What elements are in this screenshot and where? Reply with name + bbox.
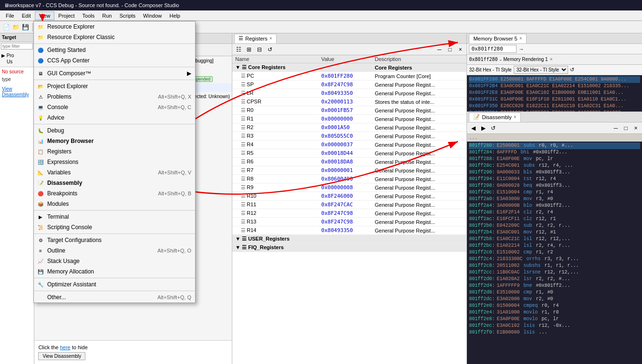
view-menu-item-other[interactable]: Other...Alt+Shift+Q, Q [34, 292, 195, 303]
reg-row-21[interactable]: ▼ ☰ FIQ_Registers [232, 243, 466, 252]
view-menu-item-problems[interactable]: ⚠ProblemsAlt+Shift+Q, X [34, 91, 195, 102]
view-menu-item-getting-started[interactable]: 🔵Getting Started [34, 45, 195, 55]
view-menu-item-outline[interactable]: ≡OutlineAlt+Shift+Q, O [34, 245, 195, 256]
reg-row-19[interactable]: ☰R140x80493350General Purpose Regist... [232, 226, 466, 235]
reg-minimize-btn[interactable]: ─ [435, 45, 444, 54]
reg-row-1[interactable]: ☰PC0x801FF280Program Counter [Core] [232, 72, 466, 81]
view-menu-item-gui-composer[interactable]: 🖥GUI Composer™▶ [34, 68, 195, 79]
view-menu-item-breakpoints[interactable]: 🔴BreakpointsAlt+Shift+Q, B [34, 188, 195, 199]
menu-run[interactable]: Run [98, 12, 115, 20]
view-menu-item-resource-explorer-classic[interactable]: 📁Resource Explorer Classic [34, 32, 195, 42]
reg-row-20[interactable]: ▼ ☰ USER_Registers [232, 235, 466, 243]
memory-format-dropdown[interactable]: 32-Bit Hex - TI Style 16-Bit Hex 8-Bit H… [514, 66, 568, 74]
reg-name-3: ☰LR [232, 89, 318, 98]
reg-row-14[interactable]: ☰R90x00000008General Purpose Regist... [232, 183, 466, 192]
view-menu-item-memory-allocation[interactable]: 💾Memory Allocation [34, 266, 195, 277]
reg-refresh-btn[interactable]: ↺ [266, 45, 274, 54]
reg-row-3[interactable]: ☰LR0x80493350General Purpose Regist... [232, 89, 466, 98]
menu-scripts[interactable]: Scripts [115, 12, 139, 20]
disasm-mnem-28: lsis [523, 330, 535, 335]
memory-row-3: 0x801FF31C 01A0F00E E16F1F10 E2811001 E1… [469, 96, 640, 103]
view-menu-item-memory-browser[interactable]: 📊Memory Browser [34, 136, 195, 146]
disasm-max-btn[interactable]: □ [621, 124, 630, 132]
reg-row-12[interactable]: ☰R70x00000001General Purpose Regist... [232, 166, 466, 175]
reg-tab-close[interactable]: × [269, 36, 272, 41]
mem-refresh-icon[interactable]: ↺ [570, 67, 574, 73]
view-menu-item-stack-usage[interactable]: 📈Stack Usage [34, 256, 195, 266]
sidebar-item-pro[interactable]: ▶ Pro [1, 52, 33, 59]
view-menu-item-ccs-app-center[interactable]: 🔵CCS App Center [34, 55, 195, 66]
disasm-bytes-0: E2500001 [497, 143, 519, 148]
menu-tools[interactable]: Tools [79, 12, 99, 20]
view-menu-item-resource-explorer[interactable]: 📁Resource Explorer [34, 21, 195, 32]
disasm-fwd-btn[interactable]: ▶ [479, 124, 487, 132]
view-menu-item-modules[interactable]: 📦Modules [34, 199, 195, 209]
reg-row-6[interactable]: ☰R10x00000000General Purpose Regist... [232, 115, 466, 123]
registers-tab[interactable]: ☰ Registers × [234, 34, 276, 43]
open-btn[interactable]: 📁 [11, 23, 20, 31]
view-menu-item-advice[interactable]: 💡Advice [34, 112, 195, 123]
menu-project[interactable]: Project [54, 12, 78, 20]
view-menu-item-target-configurations[interactable]: ⚙Target Configurations [34, 235, 195, 245]
mem-tab-close[interactable]: × [519, 36, 522, 41]
menu-edit[interactable]: Edit [18, 12, 35, 20]
disasm-row-4: 801ff290:9A000033bls#0x801ff3... [469, 169, 640, 176]
view-menu-item-disassembly[interactable]: 📝Disassembly [34, 178, 195, 188]
reg-value-8: 0x805D55C0 [319, 132, 372, 141]
mem-rendering-label: Memory Rendering 1 [503, 57, 548, 62]
disasm-ops-11: r12, r1 [536, 216, 556, 222]
view-menu-item-console[interactable]: 💻ConsoleAlt+Shift+Q, C [34, 102, 195, 112]
new-btn[interactable]: 📄 [2, 23, 10, 31]
disasm-min-btn[interactable]: ─ [611, 124, 620, 132]
view-menu-item-terminal[interactable]: ▶Terminal [34, 212, 195, 222]
reg-row-13[interactable]: ☰R80x80600490General Purpose Regist... [232, 175, 466, 183]
reg-row-0[interactable]: ▼ ☰ Core RegistersCore Registers [232, 63, 466, 72]
reg-expand-btn[interactable]: ⊞ [245, 45, 253, 54]
view-menu-item-project-explorer[interactable]: 📂Project Explorer [34, 81, 195, 91]
view-disasm-button[interactable]: View Disassembly [38, 352, 85, 360]
disasm-close-btn[interactable]: × [632, 124, 640, 132]
menu-file[interactable]: File [2, 12, 18, 20]
menu-view[interactable]: View [35, 11, 55, 20]
disasm-addr-1: 801ff284: [469, 150, 495, 155]
menu-item-icon-22: ▶ [37, 213, 44, 221]
reg-close-btn[interactable]: × [456, 45, 465, 54]
reg-row-11[interactable]: ☰R60x00018DA8General Purpose Regist... [232, 158, 466, 166]
memory-tab[interactable]: Memory Browser 5 × [469, 34, 526, 43]
reg-row-15[interactable]: ☰R100x8F246000General Purpose Regist... [232, 192, 466, 201]
reg-collapse-btn[interactable]: ⊟ [255, 45, 264, 54]
view-menu-item-registers[interactable]: 📋Registers [34, 146, 195, 157]
memory-address-input[interactable] [469, 45, 517, 53]
disasm-addr-8: 801ff2a0: [469, 196, 495, 202]
disasm-tab-close[interactable]: × [514, 114, 517, 120]
reg-row-16[interactable]: ☰R110x8F247CACGeneral Purpose Regist... [232, 201, 466, 209]
reg-row-4[interactable]: ☰CPSR0x20000113Stores the status of inte… [232, 98, 466, 106]
reg-value-11: 0x00018DA8 [319, 158, 372, 166]
reg-row-17[interactable]: ☰R120x8F247C98General Purpose Regist... [232, 209, 466, 218]
here-link[interactable]: here [60, 344, 71, 350]
reg-row-5[interactable]: ☰R00x0001FB57General Purpose Regist... [232, 106, 466, 115]
disasm-tab[interactable]: 📝 Disassembly × [469, 112, 520, 122]
view-menu-item-expressions[interactable]: 🔣Expressions [34, 157, 195, 167]
type-filter-input[interactable] [1, 43, 33, 50]
menu-window[interactable]: Window [139, 12, 166, 20]
reg-row-7[interactable]: ☰R20x0001A50General Purpose Regist... [232, 123, 466, 132]
view-menu-item-scripting-console[interactable]: 📜Scripting Console [34, 222, 195, 233]
menu-help[interactable]: Help [166, 12, 184, 20]
reg-columns-btn[interactable]: ☷ [234, 45, 243, 54]
mem-rendering-close[interactable]: × [550, 57, 553, 62]
view-menu-item-optimizer-assistant[interactable]: 🔧Optimizer Assistant [34, 279, 195, 290]
save-btn[interactable]: 💾 [21, 23, 30, 31]
reg-row-8[interactable]: ☰R30x805D55C0General Purpose Regist... [232, 132, 466, 141]
reg-maximize-btn[interactable]: □ [445, 45, 454, 54]
view-menu-item-debug[interactable]: 🐛Debug [34, 125, 195, 136]
reg-row-10[interactable]: ☰R50x00018D44General Purpose Regist... [232, 149, 466, 158]
view-disasm-link[interactable]: View Disassembly [2, 86, 29, 97]
view-menu-item-variables[interactable]: 📐VariablesAlt+Shift+Q, V [34, 167, 195, 178]
reg-row-2[interactable]: ☰SP0x8F247C98General Purpose Regist... [232, 81, 466, 89]
reg-row-9[interactable]: ☰R40x00000037General Purpose Regist... [232, 141, 466, 149]
disasm-refresh-btn[interactable]: ↺ [489, 124, 497, 132]
sidebar-item-us[interactable]: Us [1, 59, 33, 65]
disasm-back-btn[interactable]: ◀ [469, 124, 477, 132]
reg-row-18[interactable]: ☰R130x8F247C98General Purpose Regist... [232, 218, 466, 226]
